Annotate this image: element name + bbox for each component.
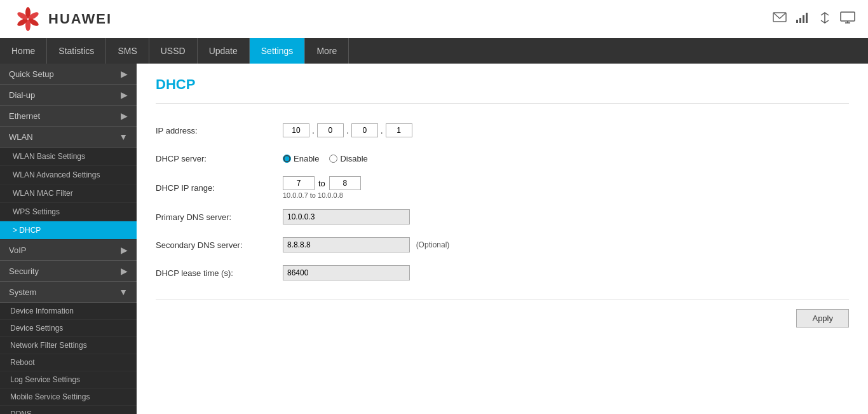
sidebar-section-system[interactable]: System ▼ — [0, 282, 137, 303]
sidebar-item-wlan-mac[interactable]: WLAN MAC Filter — [0, 184, 137, 203]
ip-address-label: IP address: — [156, 116, 283, 144]
nav: Home Statistics SMS USSD Update Settings… — [0, 38, 868, 64]
logo-text: HUAWEI — [48, 11, 112, 27]
svg-rect-7 — [796, 20, 798, 23]
sidebar: Quick Setup ▶ Dial-up ▶ Ethernet ▶ WLAN … — [0, 64, 137, 414]
nav-home[interactable]: Home — [0, 38, 47, 64]
dhcp-range-field: to 10.0.0.7 to 10.0.0.8 — [283, 172, 849, 203]
logo-area: HUAWEI — [13, 5, 112, 33]
sidebar-section-voip[interactable]: VoIP ▶ — [0, 240, 137, 261]
chevron-right-icon: ▶ — [121, 266, 128, 276]
nav-settings[interactable]: Settings — [250, 38, 306, 64]
header: HUAWEI — [0, 0, 868, 38]
sidebar-item-wlan-advanced[interactable]: WLAN Advanced Settings — [0, 166, 137, 184]
ip-part-1[interactable] — [283, 123, 309, 137]
sidebar-section-quick-setup[interactable]: Quick Setup ▶ — [0, 64, 137, 85]
dhcp-range-row: DHCP IP range: to 10.0.0.7 to 10.0.0.8 — [156, 172, 849, 203]
primary-dns-input[interactable] — [283, 209, 410, 224]
range-group: to — [283, 176, 849, 190]
dhcp-form: IP address: . . . DHCP server: — [156, 116, 849, 287]
sidebar-item-wps[interactable]: WPS Settings — [0, 203, 137, 221]
dhcp-radio-group: Enable Disable — [283, 154, 849, 163]
dhcp-disable-label[interactable]: Disable — [329, 154, 367, 163]
sidebar-item-net-filter[interactable]: Network Filter Settings — [0, 337, 137, 354]
ip-group: . . . — [283, 123, 849, 137]
sidebar-item-reboot[interactable]: Reboot — [0, 354, 137, 371]
nav-sms[interactable]: SMS — [106, 38, 149, 64]
sidebar-item-ddns[interactable]: DDNS — [0, 406, 137, 414]
ip-part-3[interactable] — [351, 123, 378, 137]
transfer-icon — [818, 12, 831, 27]
primary-dns-row: Primary DNS server: — [156, 203, 849, 231]
chevron-down-icon: ▼ — [119, 287, 128, 297]
svg-rect-10 — [806, 13, 808, 23]
monitor-icon — [840, 11, 855, 27]
nav-statistics[interactable]: Statistics — [47, 38, 106, 64]
dhcp-server-field: Enable Disable — [283, 144, 849, 172]
wlan-submenu: WLAN Basic Settings WLAN Advanced Settin… — [0, 148, 137, 240]
secondary-dns-label: Secondary DNS server: — [156, 231, 283, 259]
svg-rect-9 — [803, 15, 804, 23]
content-area: DHCP IP address: . . . D — [137, 64, 868, 414]
sidebar-section-security[interactable]: Security ▶ — [0, 261, 137, 282]
signal-icon — [796, 12, 810, 27]
nav-more[interactable]: More — [305, 38, 349, 64]
system-submenu: Device Information Device Settings Netwo… — [0, 303, 137, 414]
page-title: DHCP — [156, 76, 849, 93]
optional-label: (Optional) — [416, 240, 450, 249]
header-icons — [773, 11, 855, 27]
secondary-dns-row: Secondary DNS server: (Optional) — [156, 231, 849, 259]
chevron-right-icon: ▶ — [121, 69, 128, 79]
dhcp-disable-radio[interactable] — [329, 155, 337, 163]
chevron-right-icon: ▶ — [121, 111, 128, 121]
sidebar-item-device-info[interactable]: Device Information — [0, 303, 137, 320]
dhcp-server-row: DHCP server: Enable Disable — [156, 144, 849, 172]
apply-button[interactable]: Apply — [796, 309, 849, 328]
ip-part-2[interactable] — [317, 123, 344, 137]
lease-time-row: DHCP lease time (s): — [156, 259, 849, 287]
dhcp-range-from[interactable] — [283, 176, 315, 190]
primary-dns-label: Primary DNS server: — [156, 203, 283, 231]
dhcp-server-label: DHCP server: — [156, 144, 283, 172]
range-to-text: to — [318, 179, 325, 188]
svg-rect-11 — [841, 12, 855, 21]
sidebar-section-wlan[interactable]: WLAN ▼ — [0, 127, 137, 148]
chevron-right-icon: ▶ — [121, 90, 128, 100]
chevron-down-icon: ▼ — [119, 132, 128, 142]
primary-dns-field — [283, 203, 849, 231]
sidebar-section-dialup[interactable]: Dial-up ▶ — [0, 85, 137, 106]
nav-ussd[interactable]: USSD — [149, 38, 198, 64]
sidebar-item-device-settings[interactable]: Device Settings — [0, 320, 137, 337]
range-hint: 10.0.0.7 to 10.0.0.8 — [283, 191, 849, 199]
ip-part-4[interactable] — [386, 123, 412, 137]
dhcp-enable-label[interactable]: Enable — [283, 154, 319, 163]
ip-address-field: . . . — [283, 116, 849, 144]
main-layout: Quick Setup ▶ Dial-up ▶ Ethernet ▶ WLAN … — [0, 64, 868, 414]
sidebar-item-mobile-service[interactable]: Mobile Service Settings — [0, 389, 137, 406]
huawei-logo-icon — [13, 5, 43, 33]
nav-update[interactable]: Update — [198, 38, 250, 64]
svg-rect-8 — [799, 18, 801, 23]
dhcp-enable-radio[interactable] — [283, 155, 291, 163]
secondary-dns-field: (Optional) — [283, 231, 849, 259]
sidebar-item-dhcp[interactable]: DHCP — [0, 221, 137, 240]
sidebar-item-log-service[interactable]: Log Service Settings — [0, 371, 137, 389]
secondary-dns-input[interactable] — [283, 237, 410, 252]
dhcp-range-to[interactable] — [329, 176, 361, 190]
sidebar-item-wlan-basic[interactable]: WLAN Basic Settings — [0, 148, 137, 166]
chevron-right-icon: ▶ — [121, 245, 128, 255]
title-divider — [156, 103, 849, 104]
sidebar-section-ethernet[interactable]: Ethernet ▶ — [0, 106, 137, 127]
lease-time-field — [283, 259, 849, 287]
lease-time-input[interactable] — [283, 265, 410, 280]
dhcp-range-label: DHCP IP range: — [156, 172, 283, 203]
lease-time-label: DHCP lease time (s): — [156, 259, 283, 287]
message-icon[interactable] — [773, 12, 787, 27]
apply-area: Apply — [156, 300, 849, 328]
ip-address-row: IP address: . . . — [156, 116, 849, 144]
